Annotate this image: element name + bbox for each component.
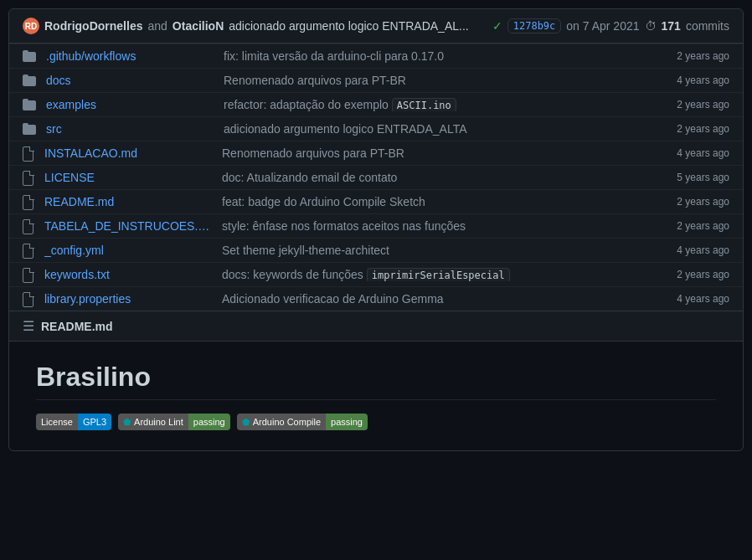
table-row: LICENSEdoc: Atualizando email de contato… <box>9 165 743 189</box>
list-icon: ☰ <box>23 318 34 334</box>
badge-group: ⬟ Arduino Lintpassing <box>118 414 230 430</box>
code-badge: imprimirSerialEspecial <box>367 268 510 281</box>
table-row: keywords.txtdocs: keywords de funções im… <box>9 262 743 286</box>
file-icon <box>23 292 34 306</box>
history-icon: ⏱ <box>645 19 657 33</box>
file-timestamp: 4 years ago <box>654 244 729 256</box>
file-timestamp: 2 years ago <box>654 99 729 110</box>
table-row: docsRenomenado arquivos para PT-BR4 year… <box>9 68 743 92</box>
commits-label: commits <box>686 19 729 33</box>
file-icon <box>23 268 34 281</box>
author2[interactable]: OtacilioN <box>173 19 224 33</box>
badge-right-text: passing <box>326 414 368 430</box>
badge-right-text: passing <box>188 414 230 430</box>
folder-icon <box>23 50 36 62</box>
arduino-icon: ⬟ <box>242 417 250 428</box>
badges-row: LicenseGPL3⬟ Arduino Lintpassing⬟ Arduin… <box>36 414 716 430</box>
repo-container: RD RodrigoDornelles and OtacilioN adicio… <box>8 8 744 451</box>
badge-left-text: Arduino Compile <box>253 417 321 427</box>
file-name[interactable]: docs <box>46 74 214 87</box>
file-icon <box>23 244 34 257</box>
table-row: TABELA_DE_INSTRUCOES.mdstyle: ênfase nos… <box>9 213 743 238</box>
file-name[interactable]: README.md <box>44 195 212 208</box>
file-timestamp: 5 years ago <box>654 172 729 183</box>
file-timestamp: 2 years ago <box>654 50 729 62</box>
file-timestamp: 2 years ago <box>654 196 729 208</box>
file-name[interactable]: LICENSE <box>44 171 212 184</box>
table-row: INSTALACAO.mdRenomenado arquivos para PT… <box>9 141 743 165</box>
file-commit-message: feat: badge do Arduino Compile Sketch <box>222 195 644 208</box>
file-timestamp: 2 years ago <box>654 123 729 135</box>
file-timestamp: 4 years ago <box>654 147 729 159</box>
file-commit-message: fix: limita versão da arduino-cli para 0… <box>224 49 644 63</box>
file-list: .github/workflowsfix: limita versão da a… <box>9 44 743 311</box>
file-name[interactable]: examples <box>46 98 214 111</box>
file-commit-message: Set theme jekyll-theme-architect <box>222 244 644 257</box>
file-commit-message: Renomenado arquivos para PT-BR <box>224 74 644 87</box>
file-icon <box>23 171 34 184</box>
file-commit-message: doc: Atualizando email de contato <box>222 171 644 184</box>
file-name[interactable]: library.properties <box>44 292 212 306</box>
avatar: RD <box>23 18 39 34</box>
arduino-icon: ⬟ <box>123 417 131 428</box>
file-name[interactable]: _config.yml <box>44 244 212 257</box>
code-badge: ASCII.ino <box>392 98 456 111</box>
file-commit-message: docs: keywords de funções imprimirSerial… <box>222 268 644 281</box>
badge-left-text: License <box>41 417 73 427</box>
table-row: examplesrefactor: adaptação do exemplo A… <box>9 92 743 116</box>
and-text: and <box>147 19 167 33</box>
file-name[interactable]: src <box>46 122 214 136</box>
table-row: .github/workflowsfix: limita versão da a… <box>9 44 743 68</box>
file-commit-message: adicionado argumento logico ENTRADA_ALTA <box>224 122 644 136</box>
file-name[interactable]: INSTALACAO.md <box>44 146 212 160</box>
file-commit-message: refactor: adaptação do exemplo ASCII.ino <box>224 98 644 111</box>
file-commit-message: Adicionado verificacao de Arduino Gemma <box>222 292 644 306</box>
readme-bar-title: README.md <box>41 320 113 333</box>
file-timestamp: 4 years ago <box>654 293 729 305</box>
file-icon <box>23 219 34 233</box>
check-icon: ✓ <box>492 19 502 33</box>
commit-bar: RD RodrigoDornelles and OtacilioN adicio… <box>9 9 743 44</box>
badge-left-text: Arduino Lint <box>134 417 183 427</box>
file-name[interactable]: keywords.txt <box>44 268 212 281</box>
table-row: library.propertiesAdicionado verificacao… <box>9 286 743 311</box>
badge-right-text: GPL3 <box>78 414 111 430</box>
file-commit-message: style: ênfase nos formatos aceitos nas f… <box>222 219 644 233</box>
badge-group: LicenseGPL3 <box>36 414 111 430</box>
badge-group: ⬟ Arduino Compilepassing <box>237 414 368 430</box>
readme-content: Brasilino LicenseGPL3⬟ Arduino Lintpassi… <box>9 341 743 450</box>
table-row: _config.ymlSet theme jekyll-theme-archit… <box>9 238 743 262</box>
folder-icon <box>23 74 36 86</box>
file-name[interactable]: TABELA_DE_INSTRUCOES.md <box>44 219 212 233</box>
file-icon <box>23 195 34 208</box>
commit-message-text: adicionado argumento logico ENTRADA_AL..… <box>229 19 487 33</box>
file-timestamp: 4 years ago <box>654 74 729 86</box>
readme-bar: ☰ README.md <box>9 311 743 341</box>
file-timestamp: 2 years ago <box>654 220 729 232</box>
commit-date: on 7 Apr 2021 <box>566 19 639 33</box>
file-name[interactable]: .github/workflows <box>46 49 214 63</box>
file-timestamp: 2 years ago <box>654 269 729 280</box>
author1[interactable]: RodrigoDornelles <box>44 19 142 33</box>
commit-hash[interactable]: 1278b9c <box>507 18 562 33</box>
commits-count: 171 <box>662 19 681 33</box>
folder-icon <box>23 123 36 135</box>
file-commit-message: Renomenado arquivos para PT-BR <box>222 146 644 160</box>
folder-icon <box>23 99 36 110</box>
file-icon <box>23 146 34 160</box>
table-row: README.mdfeat: badge do Arduino Compile … <box>9 189 743 213</box>
table-row: srcadicionado argumento logico ENTRADA_A… <box>9 116 743 141</box>
readme-heading: Brasilino <box>36 362 716 400</box>
